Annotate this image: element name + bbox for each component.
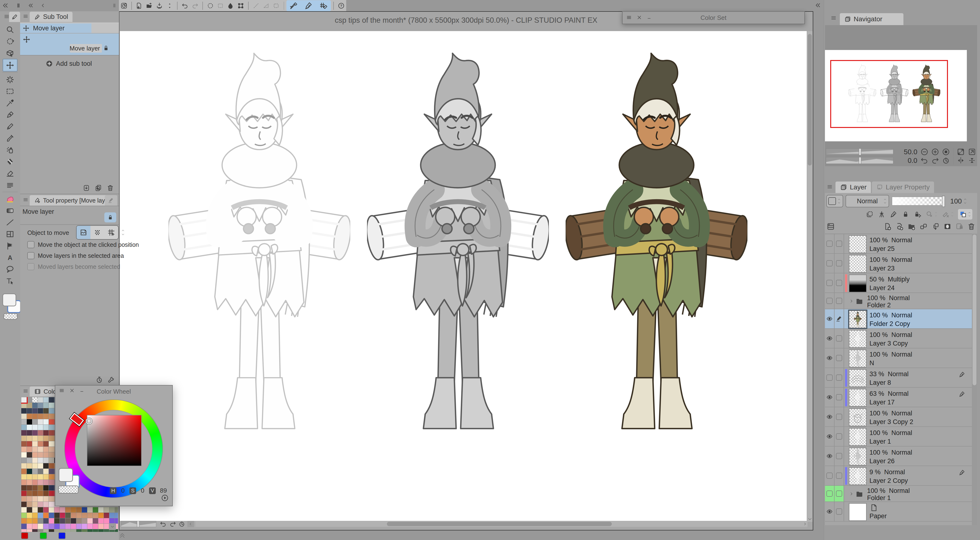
color-swatch[interactable] xyxy=(38,480,43,485)
color-swatch[interactable] xyxy=(49,402,54,408)
color-swatch[interactable] xyxy=(98,518,104,524)
color-swatch[interactable] xyxy=(27,491,32,496)
color-swatch[interactable] xyxy=(54,518,60,524)
layer-thumbnail[interactable] xyxy=(849,369,867,387)
color-swatch[interactable] xyxy=(103,524,109,529)
navigator-tab[interactable]: Navigator xyxy=(840,13,904,25)
color-swatch[interactable] xyxy=(27,457,32,463)
color-swatch[interactable] xyxy=(38,419,43,425)
layer-row[interactable]: 100 % NormalLayer 23 xyxy=(825,254,972,273)
frame-border-tool[interactable] xyxy=(3,228,17,240)
color-swatch[interactable] xyxy=(43,452,49,458)
commandbar-grip-icon[interactable] xyxy=(111,2,117,9)
color-swatch[interactable] xyxy=(21,463,27,469)
layer-visible-icon[interactable] xyxy=(826,508,833,515)
color-swatch[interactable] xyxy=(43,502,49,507)
color-swatch[interactable] xyxy=(98,513,104,518)
opacity-slider-handle[interactable] xyxy=(942,196,945,207)
color-swatch[interactable] xyxy=(32,474,38,480)
color-swatch[interactable] xyxy=(32,424,38,430)
layer-tab[interactable]: Layer xyxy=(835,181,871,193)
color-swatch[interactable] xyxy=(92,518,98,524)
edit-tool-tab[interactable] xyxy=(105,195,117,206)
color-swatch[interactable] xyxy=(27,424,32,430)
layer-select-checkbox[interactable] xyxy=(836,473,842,479)
color-swatch[interactable] xyxy=(81,524,88,529)
color-swatch[interactable] xyxy=(38,457,43,463)
color-swatch[interactable] xyxy=(49,457,54,463)
color-swatch[interactable] xyxy=(43,397,49,403)
airbrush-tool[interactable] xyxy=(3,144,17,156)
layer-select-checkbox[interactable] xyxy=(836,508,842,515)
layer-thumbnail[interactable] xyxy=(849,255,867,273)
color-swatch[interactable] xyxy=(92,524,98,529)
color-swatch[interactable] xyxy=(32,518,38,524)
layer-select-checkbox[interactable] xyxy=(836,355,842,361)
color-swatch[interactable] xyxy=(49,496,54,502)
default-color-swatch[interactable] xyxy=(58,532,65,539)
opacity-down-icon[interactable] xyxy=(963,202,967,205)
collapse-canvas-icon[interactable] xyxy=(815,2,821,9)
color-swatch[interactable] xyxy=(38,424,43,430)
zoom-out-icon[interactable] xyxy=(920,148,929,156)
decoration-tool[interactable] xyxy=(3,156,17,167)
color-swatch[interactable] xyxy=(38,529,43,532)
color-swatch[interactable] xyxy=(109,513,115,518)
layer-visibility-checkbox[interactable] xyxy=(826,241,833,247)
move-layer-tool[interactable] xyxy=(3,59,18,71)
color-swatch[interactable] xyxy=(49,513,54,518)
color-swatch[interactable] xyxy=(54,524,60,529)
reselect-icon[interactable] xyxy=(217,1,224,10)
lock-transparent-icon[interactable] xyxy=(913,210,922,218)
color-swatch[interactable] xyxy=(103,518,109,524)
dock-grip-icon[interactable] xyxy=(15,2,22,9)
new-folder-icon[interactable] xyxy=(907,222,916,231)
layer-list-view-icon[interactable] xyxy=(826,222,835,231)
color-swatch[interactable] xyxy=(81,529,88,532)
color-swatch[interactable] xyxy=(71,507,76,513)
layer-thumbnail[interactable] xyxy=(849,503,867,521)
foreground-color-swatch[interactable] xyxy=(2,294,16,307)
show-timeline-icon[interactable] xyxy=(119,532,126,538)
color-swatch[interactable] xyxy=(21,430,27,436)
color-swatch[interactable] xyxy=(43,529,49,532)
eraser-tool[interactable] xyxy=(3,167,17,179)
rotate-left-icon[interactable] xyxy=(159,520,167,527)
color-swatch[interactable] xyxy=(21,424,27,430)
color-swatch[interactable] xyxy=(60,513,65,518)
layer-visible-icon[interactable] xyxy=(826,413,833,421)
color-swatch[interactable] xyxy=(27,529,32,532)
correct-line-tool[interactable] xyxy=(3,275,17,287)
color-swatch[interactable] xyxy=(103,513,109,518)
color-swatch[interactable] xyxy=(92,529,98,532)
eyedropper-tool[interactable] xyxy=(3,97,17,109)
color-swatch[interactable] xyxy=(32,529,38,532)
color-swatch[interactable] xyxy=(60,524,65,529)
layer-select-checkbox[interactable] xyxy=(836,298,842,304)
layer-color-icon[interactable] xyxy=(959,210,967,218)
gradient-tool[interactable] xyxy=(3,205,17,216)
color-swatch[interactable] xyxy=(21,457,27,463)
color-swatch[interactable] xyxy=(38,485,43,491)
color-swatch[interactable] xyxy=(38,518,43,524)
color-swatch[interactable] xyxy=(76,513,82,518)
object-option-tone[interactable] xyxy=(91,226,104,239)
wheel-transparent-swatch[interactable] xyxy=(58,486,79,494)
color-swatch[interactable] xyxy=(43,513,49,518)
layer-row[interactable]: 100 % NormalLayer 3 Copy 2 xyxy=(825,407,972,427)
color-swatch[interactable] xyxy=(76,529,82,532)
color-swatch[interactable] xyxy=(65,524,71,529)
layer-thumbnail[interactable] xyxy=(849,389,867,407)
color-swatch[interactable] xyxy=(49,474,54,480)
color-swatch[interactable] xyxy=(21,408,27,414)
zoom-tool[interactable] xyxy=(3,24,17,35)
fit-to-navigator-icon[interactable] xyxy=(968,148,976,156)
color-swatch[interactable] xyxy=(49,469,54,474)
color-swatch[interactable] xyxy=(32,446,38,452)
color-swatch[interactable] xyxy=(38,513,43,518)
layer-row[interactable]: 100 % NormalLayer 25 xyxy=(825,234,972,254)
color-swatch[interactable] xyxy=(32,524,38,529)
zoom-in-icon[interactable] xyxy=(931,148,939,156)
canvas-vscrollbar[interactable] xyxy=(807,31,813,522)
move-canvas-tool[interactable] xyxy=(3,35,17,47)
